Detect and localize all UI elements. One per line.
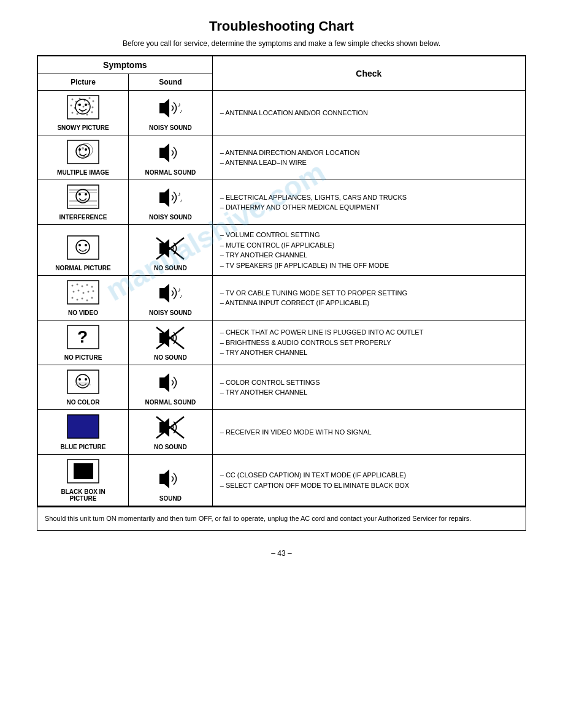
svg-point-59 bbox=[88, 291, 90, 293]
picture-cell: SNOWY PICTURE bbox=[37, 91, 129, 135]
sound-header: Sound bbox=[129, 74, 213, 91]
picture-cell: INTERFERENCE bbox=[37, 180, 129, 225]
svg-text:♪: ♪ bbox=[180, 294, 182, 299]
svg-point-51 bbox=[72, 285, 74, 287]
check-cell: – ELECTRICAL APPLIANCES, LIGHTS, CARS AN… bbox=[212, 180, 526, 225]
svg-point-52 bbox=[77, 284, 79, 286]
svg-rect-43 bbox=[67, 236, 99, 259]
sound-label: SOUND bbox=[159, 495, 182, 502]
svg-point-61 bbox=[72, 297, 74, 299]
picture-label: MULTIPLE IMAGE bbox=[57, 169, 109, 176]
svg-marker-80 bbox=[159, 373, 169, 392]
table-row: INTERFERENCE ♪ ♪ NOISY SOUND – ELECTRICA… bbox=[37, 180, 526, 225]
svg-rect-74 bbox=[67, 370, 99, 393]
svg-point-45 bbox=[79, 244, 81, 246]
sound-label: NORMAL SOUND bbox=[145, 169, 196, 176]
svg-point-30 bbox=[88, 147, 90, 150]
svg-point-1 bbox=[72, 99, 74, 100]
picture-label: SNOWY PICTURE bbox=[57, 124, 109, 131]
svg-point-10 bbox=[83, 106, 85, 108]
picture-label: NORMAL PICTURE bbox=[55, 265, 110, 271]
svg-text:♪: ♪ bbox=[178, 101, 181, 108]
sound-label: NOISY SOUND bbox=[149, 214, 192, 221]
svg-rect-81 bbox=[67, 415, 99, 438]
sound-label: NOISY SOUND bbox=[149, 124, 192, 131]
check-cell: – ANTENNA LOCATION AND/OR CONNECTION bbox=[212, 91, 526, 135]
svg-point-7 bbox=[71, 105, 72, 107]
check-cell: – RECEIVER IN VIDEO MODE WITH NO SIGNAL bbox=[212, 410, 526, 455]
svg-point-11 bbox=[88, 104, 90, 105]
sound-cell: NO SOUND bbox=[129, 320, 213, 365]
subtitle: Before you call for service, determine t… bbox=[37, 39, 526, 48]
table-row: BLACK BOX INPICTURE SOUND – CC (CLOSED C… bbox=[37, 455, 526, 507]
check-cell: – VOLUME CONTROL SETTING– MUTE CONTROL (… bbox=[212, 225, 526, 276]
svg-marker-40 bbox=[159, 188, 169, 207]
picture-label: BLACK BOX INPICTURE bbox=[61, 488, 105, 502]
svg-marker-31 bbox=[159, 143, 169, 162]
check-cell: – CHECK THAT AC POWER LINE IS PLUGGED IN… bbox=[212, 320, 526, 365]
svg-point-60 bbox=[93, 290, 94, 292]
sound-label: NORMAL SOUND bbox=[145, 399, 196, 406]
footer-note: Should this unit turn ON momentarily and… bbox=[37, 507, 526, 531]
svg-point-65 bbox=[91, 297, 93, 299]
sound-cell: ♪ ♪ NOISY SOUND bbox=[129, 276, 213, 320]
check-cell: – TV OR CABLE TUNING MODE SET TO PROPER … bbox=[212, 276, 526, 320]
svg-point-13 bbox=[72, 112, 74, 114]
svg-point-5 bbox=[89, 97, 91, 99]
svg-point-20 bbox=[85, 104, 87, 106]
picture-cell: MULTIPLE IMAGE bbox=[37, 135, 129, 180]
svg-point-54 bbox=[86, 284, 88, 286]
page-number: – 43 – bbox=[37, 549, 526, 558]
svg-point-76 bbox=[79, 378, 81, 381]
picture-header: Picture bbox=[37, 74, 129, 91]
picture-cell: BLACK BOX INPICTURE bbox=[37, 455, 129, 507]
picture-label: NO PICTURE bbox=[64, 354, 102, 361]
picture-label: NO VIDEO bbox=[68, 309, 98, 316]
svg-point-17 bbox=[91, 112, 93, 113]
check-header: Check bbox=[212, 56, 526, 91]
picture-cell: NORMAL PICTURE bbox=[37, 225, 129, 276]
svg-text:?: ? bbox=[77, 327, 88, 346]
svg-point-62 bbox=[77, 299, 79, 301]
svg-marker-87 bbox=[159, 469, 169, 488]
page-title: Troubleshooting Chart bbox=[37, 18, 526, 34]
svg-rect-32 bbox=[67, 185, 99, 208]
svg-point-46 bbox=[85, 244, 87, 246]
svg-text:♪: ♪ bbox=[180, 198, 182, 203]
table-row: BLUE PICTURE NO SOUND – RECEIVER IN VIDE… bbox=[37, 410, 526, 455]
symptoms-header: Symptoms bbox=[37, 56, 212, 74]
sound-cell: ♪ ♪ NOISY SOUND bbox=[129, 180, 213, 225]
picture-cell: NO COLOR bbox=[37, 365, 129, 410]
check-cell: – ANTENNA DIRECTION AND/OR LOCATION– ANT… bbox=[212, 135, 526, 180]
svg-point-63 bbox=[82, 298, 83, 300]
svg-text:♪: ♪ bbox=[180, 108, 182, 114]
table-row: ? NO PICTURE NO SOUND – CHE bbox=[37, 320, 526, 365]
sound-cell: NO SOUND bbox=[129, 225, 213, 276]
sound-cell: NORMAL SOUND bbox=[129, 135, 213, 180]
picture-label: NO COLOR bbox=[67, 399, 100, 406]
svg-point-56 bbox=[73, 291, 75, 293]
svg-point-12 bbox=[92, 107, 94, 108]
svg-point-16 bbox=[86, 114, 88, 116]
svg-marker-66 bbox=[159, 284, 169, 303]
picture-cell: ? NO PICTURE bbox=[37, 320, 129, 365]
svg-point-57 bbox=[78, 290, 80, 292]
svg-point-29 bbox=[82, 147, 84, 150]
picture-label: BLUE PICTURE bbox=[61, 444, 106, 450]
svg-point-19 bbox=[79, 104, 81, 106]
svg-marker-21 bbox=[159, 99, 169, 118]
picture-label: INTERFERENCE bbox=[59, 214, 107, 221]
table-row: SNOWY PICTURE ♪ ♪ NOISY SOUND bbox=[37, 91, 526, 135]
sound-cell: NORMAL SOUND bbox=[129, 365, 213, 410]
check-cell: – COLOR CONTROL SETTINGS– TRY ANOTHER CH… bbox=[212, 365, 526, 410]
svg-point-14 bbox=[77, 113, 79, 115]
svg-rect-86 bbox=[74, 463, 93, 479]
svg-point-53 bbox=[82, 286, 83, 287]
sound-cell: NO SOUND bbox=[129, 410, 213, 455]
sound-label: NO SOUND bbox=[154, 354, 187, 361]
table-row: NO COLOR NORMAL SOUND – COLOR CONTROL SE… bbox=[37, 365, 526, 410]
svg-point-35 bbox=[85, 193, 87, 195]
sound-cell: SOUND bbox=[129, 455, 213, 507]
table-row: NO VIDEO ♪ ♪ NOISY SOUND – TV OR CABLE T… bbox=[37, 276, 526, 320]
svg-text:♪: ♪ bbox=[178, 286, 181, 293]
